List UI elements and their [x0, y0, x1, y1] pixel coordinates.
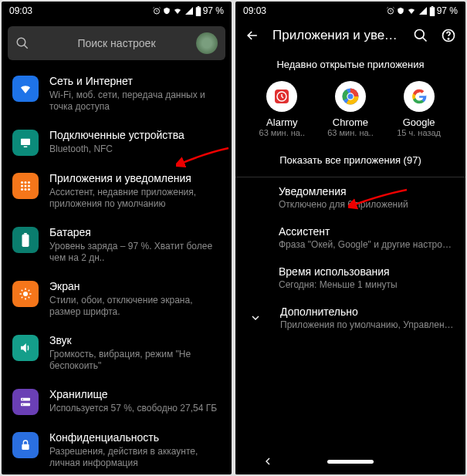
status-icons: 97 %: [152, 5, 224, 16]
svg-line-24: [29, 297, 30, 299]
svg-point-10: [21, 185, 23, 187]
profile-avatar[interactable]: [196, 32, 218, 54]
battery-icon: [195, 6, 201, 16]
item-sub: Фраза "Окей, Google" и другие настройки …: [279, 239, 455, 250]
app-sub: 15 ч. назад: [397, 128, 441, 137]
item-sub: Приложения по умолчанию, Управление ра..: [280, 319, 455, 330]
item-title: Батарея: [49, 225, 221, 239]
app-google[interactable]: Google 15 ч. назад: [388, 81, 450, 137]
svg-point-11: [25, 185, 27, 187]
item-title: Звук: [49, 333, 221, 347]
item-sub: Ассистент, недавние приложения, приложен…: [49, 187, 221, 210]
item-sub: Уровень заряда – 97 %. Хватит более чем …: [49, 241, 221, 264]
status-bar: 09:03 97 %: [235, 2, 465, 20]
nav-back-icon[interactable]: [262, 455, 274, 468]
svg-line-4: [24, 45, 28, 49]
svg-point-39: [448, 39, 448, 39]
apps-screen: 09:03 97 % Приложения и увед… Недавно от…: [235, 2, 465, 474]
item-title: Экран: [49, 279, 221, 293]
svg-line-23: [22, 290, 23, 292]
app-header: Приложения и увед…: [235, 20, 465, 51]
navigation-bar: [235, 448, 465, 474]
storage-icon: [12, 389, 39, 415]
app-chrome[interactable]: Chrome 63 мин. на..: [320, 81, 381, 137]
chrome-icon: [335, 81, 366, 112]
item-sub: Wi-Fi, моб. сети, передача данных и точк…: [49, 89, 221, 113]
brightness-icon: [12, 281, 39, 307]
alarm-icon: [152, 6, 161, 15]
item-assistant[interactable]: Ассистент Фраза "Окей, Google" и другие …: [279, 218, 455, 258]
show-all-apps[interactable]: Показать все приложения (97): [235, 143, 465, 177]
item-sub: Разрешения, действия в аккаунте, личная …: [49, 446, 221, 469]
signal-icon: [184, 6, 194, 15]
svg-point-3: [17, 38, 25, 46]
status-time: 09:03: [9, 5, 32, 16]
svg-rect-34: [429, 7, 435, 16]
item-title: Хранилище: [49, 387, 221, 401]
item-apps-notifications[interactable]: Приложения и уведомленияАссистент, недав…: [2, 164, 232, 218]
app-sub: 63 мин. на..: [327, 128, 374, 137]
svg-point-36: [415, 30, 425, 39]
item-screen-time[interactable]: Время использования Сегодня: Меньше 1 ми…: [279, 258, 455, 298]
wifi-icon: [12, 76, 39, 102]
search-icon[interactable]: [413, 28, 428, 43]
app-name: Chrome: [333, 116, 368, 128]
vpn-icon: [163, 6, 171, 15]
item-title: Сеть и Интернет: [49, 74, 221, 88]
recent-apps: Alarmy 63 мин. на.. Chrome 63 мин. на.. …: [235, 81, 465, 143]
search-icon: [15, 36, 29, 50]
settings-list: Сеть и ИнтернетWi-Fi, моб. сети, передач…: [2, 66, 232, 474]
wifi-icon: [406, 6, 417, 15]
back-icon[interactable]: [245, 28, 260, 43]
alarmy-icon: [266, 81, 297, 112]
svg-rect-16: [22, 235, 29, 247]
item-notifications[interactable]: Уведомления Отключено для 6 приложений: [279, 177, 455, 218]
item-sub: Bluetooth, NFC: [49, 143, 221, 155]
nav-home-pill[interactable]: [327, 460, 374, 464]
header-title: Приложения и увед…: [272, 28, 401, 43]
item-storage[interactable]: ХранилищеИспользуется 57 %, свободно 27,…: [2, 380, 232, 423]
search-bar[interactable]: Поиск настроек: [8, 26, 225, 60]
item-title: Уведомления: [279, 185, 455, 197]
item-sub: Сегодня: Меньше 1 минуты: [279, 279, 455, 290]
svg-line-25: [22, 297, 23, 299]
recent-apps-title: Недавно открытые приложения: [235, 51, 465, 81]
app-name: Alarmy: [266, 116, 297, 128]
svg-rect-17: [24, 233, 27, 235]
settings-screen: 09:03 97 % Поиск настроек Сеть и Интерне…: [2, 2, 232, 474]
svg-line-26: [29, 290, 30, 292]
apps-icon: [12, 173, 39, 199]
item-title: Подключенные устройства: [49, 128, 221, 142]
item-advanced[interactable]: Дополнительно Приложения по умолчанию, У…: [235, 298, 465, 338]
item-sound[interactable]: ЗвукГромкость, вибрация, режим "Не беспо…: [2, 326, 232, 380]
item-privacy[interactable]: КонфиденциальностьРазрешения, действия в…: [2, 423, 232, 474]
item-display[interactable]: ЭкранСтили, обои, отключение экрана, раз…: [2, 272, 232, 326]
app-sub: 63 мин. на..: [259, 128, 306, 137]
item-sub: Громкость, вибрация, режим "Не беспокоит…: [49, 349, 221, 372]
settings-sublist: Уведомления Отключено для 6 приложений А…: [235, 177, 465, 298]
help-icon[interactable]: [441, 28, 456, 43]
svg-point-30: [22, 404, 24, 406]
search-placeholder: Поиск настроек: [37, 37, 196, 49]
svg-rect-2: [197, 6, 199, 7]
svg-point-29: [22, 399, 24, 400]
svg-rect-6: [24, 147, 28, 148]
item-title: Ассистент: [279, 225, 455, 238]
battery-text: 97 %: [203, 5, 224, 16]
item-connected-devices[interactable]: Подключенные устройстваBluetooth, NFC: [2, 120, 232, 164]
svg-point-8: [25, 181, 27, 184]
battery-icon: [12, 227, 39, 253]
svg-point-7: [21, 181, 23, 184]
svg-rect-31: [22, 444, 29, 450]
svg-line-37: [423, 38, 427, 42]
vpn-icon: [397, 6, 404, 15]
svg-point-13: [21, 188, 23, 191]
item-network[interactable]: Сеть и ИнтернетWi-Fi, моб. сети, передач…: [2, 66, 232, 120]
app-alarmy[interactable]: Alarmy 63 мин. на..: [251, 81, 313, 137]
svg-point-12: [28, 185, 30, 187]
devices-icon: [12, 130, 39, 156]
lock-icon: [12, 432, 39, 458]
item-battery[interactable]: БатареяУровень заряда – 97 %. Хватит бол…: [2, 218, 232, 272]
svg-point-18: [23, 292, 28, 296]
svg-point-14: [25, 188, 27, 191]
